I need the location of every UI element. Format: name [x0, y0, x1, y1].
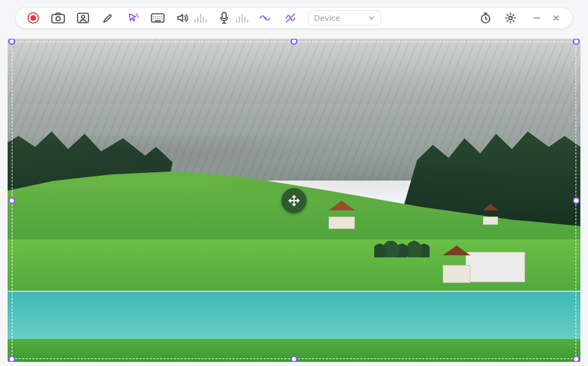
speaker-icon: [176, 12, 189, 24]
record-icon: [27, 12, 39, 24]
svg-point-8: [264, 17, 266, 19]
handle-mid-right[interactable]: [573, 197, 580, 204]
webcam-button[interactable]: [73, 10, 93, 26]
record-button[interactable]: [23, 10, 44, 26]
move-selection-handle[interactable]: [282, 188, 306, 213]
handle-bottom-mid[interactable]: [291, 356, 297, 362]
microphone-button[interactable]: [214, 10, 235, 26]
capture-preview: [8, 39, 580, 362]
keyboard-icon: [151, 13, 165, 23]
roof-center: [329, 201, 355, 210]
close-button[interactable]: [547, 10, 565, 26]
svg-rect-2: [52, 15, 64, 23]
auto-stop-button[interactable]: [255, 10, 276, 26]
svg-point-3: [56, 17, 60, 21]
settings-button[interactable]: [500, 10, 521, 26]
close-icon: [551, 13, 561, 23]
audio-device-label: Device: [314, 14, 340, 23]
svg-rect-7: [222, 12, 226, 19]
camera-icon: [51, 12, 65, 24]
webcam-icon: [77, 12, 89, 24]
mic-level: [236, 13, 248, 23]
gear-icon: [504, 12, 517, 24]
handle-bottom-left[interactable]: [8, 356, 15, 362]
building-center: [329, 217, 355, 229]
cursor-highlight-icon: [127, 12, 139, 24]
timer-icon: [479, 12, 492, 24]
svg-point-11: [509, 17, 513, 20]
auto-stop-icon: [259, 13, 273, 23]
keystroke-button[interactable]: [147, 10, 168, 26]
minimize-icon: [532, 13, 542, 23]
chevron-down-icon: [368, 15, 375, 21]
handle-bottom-right[interactable]: [573, 356, 580, 362]
svg-point-5: [82, 15, 84, 18]
svg-line-9: [286, 14, 295, 22]
roof-small: [483, 203, 498, 210]
system-audio-button[interactable]: [172, 10, 193, 26]
denoise-icon: [284, 12, 297, 24]
draw-button[interactable]: [98, 10, 118, 26]
microphone-icon: [219, 12, 229, 24]
cursor-highlight-button[interactable]: [122, 10, 143, 26]
window-controls: [528, 10, 565, 26]
handle-mid-left[interactable]: [8, 197, 15, 204]
audio-device-select[interactable]: Device: [308, 10, 381, 26]
toolbar: Device: [15, 7, 573, 29]
svg-point-1: [30, 15, 36, 21]
building-large: [466, 252, 525, 282]
system-audio-level: [194, 13, 207, 23]
roof-annex: [443, 246, 470, 255]
building-small: [483, 217, 498, 225]
pencil-icon: [102, 12, 113, 24]
move-icon: [287, 194, 301, 208]
denoise-button[interactable]: [280, 10, 301, 26]
tree-cluster: [374, 239, 430, 257]
screenshot-button[interactable]: [48, 10, 68, 26]
building-annex: [443, 265, 470, 283]
schedule-button[interactable]: [475, 10, 496, 26]
minimize-button[interactable]: [528, 10, 546, 26]
